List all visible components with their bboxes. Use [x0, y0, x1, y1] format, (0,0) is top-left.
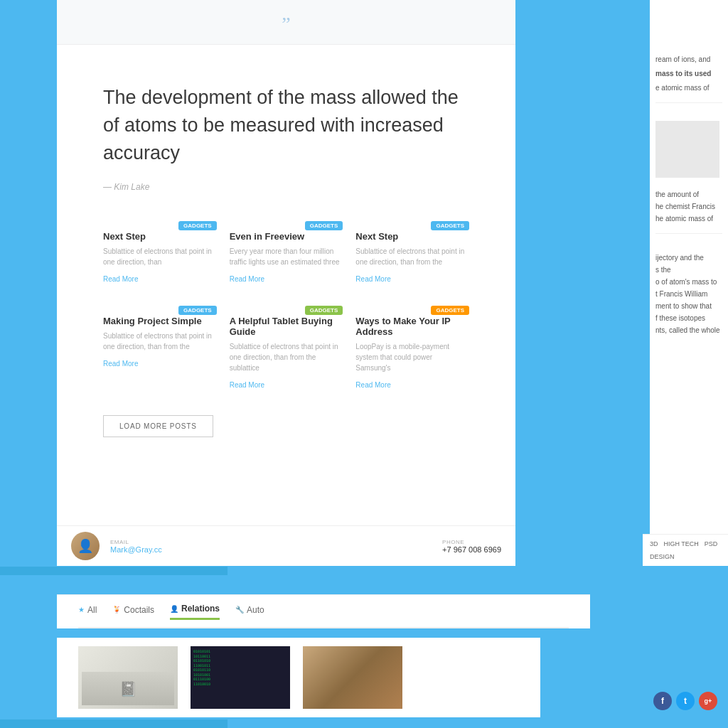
main-content-panel: ” The development of the mass allowed th…: [57, 0, 515, 562]
read-more-4[interactable]: Read More: [103, 360, 138, 368]
badge-1: GADGETS: [178, 221, 217, 230]
tab-coctails-label: Coctails: [124, 605, 154, 615]
card-excerpt-4: Sublattice of electrons that point in on…: [103, 331, 217, 352]
tab-auto-icon: 🔧: [235, 606, 244, 614]
load-more-section: LOAD MORE POSTS: [57, 401, 515, 466]
badge-4: GADGETS: [178, 306, 217, 315]
tags-bar: 3D HIGH TECH PSD DESIGN: [643, 534, 728, 566]
right-text-block-3: ijectory and the s the o of atom's mass …: [655, 252, 722, 336]
right-text-6: he atomic mass of: [655, 213, 722, 225]
right-text-10: t Francis William: [655, 288, 722, 300]
quote-header: ”: [57, 0, 515, 45]
read-more-1[interactable]: Read More: [103, 275, 138, 283]
right-text-block-2: the amount of he chemist Francis he atom…: [655, 188, 722, 234]
gallery-image-2[interactable]: 0101010110110011011010101100101101010110…: [191, 646, 290, 709]
contact-phone-block: PHONE +7 967 008 6969: [442, 539, 501, 554]
filter-section: ★ All 🍹 Coctails 👤 Relations 🔧 Auto: [57, 594, 590, 628]
card-excerpt-1: Sublattice of electrons that point in on…: [103, 246, 217, 267]
right-text-7: ijectory and the: [655, 252, 722, 264]
badge-2: GADGETS: [305, 221, 343, 230]
card-excerpt-3: Sublattice of electrons that point in on…: [355, 246, 469, 267]
tab-relations[interactable]: 👤 Relations: [170, 604, 220, 620]
blog-card-6: GADGETS Ways to Make Your IP Address Loo…: [355, 306, 469, 390]
email-label: EMAIL: [110, 539, 162, 545]
phone-number: +7 967 008 6969: [442, 545, 501, 554]
tag-hightech[interactable]: HIGH TECH: [664, 540, 699, 547]
right-text-5: he chemist Francis: [655, 200, 722, 213]
tab-auto-label: Auto: [247, 605, 264, 615]
gallery-section: 📓 01010101101100110110101011001011010101…: [57, 638, 540, 717]
badge-5: GADGETS: [305, 306, 343, 315]
right-text-panel: ream of ions, and mass to its used e ato…: [650, 0, 728, 562]
tag-psd[interactable]: PSD: [705, 540, 718, 547]
tag-3d[interactable]: 3D: [650, 540, 658, 547]
right-text-3: e atomic mass of: [655, 82, 722, 94]
right-text-11: ment to show that: [655, 300, 722, 312]
tab-coctails-icon: 🍹: [112, 606, 121, 614]
card-excerpt-6: LoopPay is a mobile-payment system that …: [355, 341, 469, 373]
facebook-icon[interactable]: f: [653, 692, 672, 710]
tab-auto[interactable]: 🔧 Auto: [235, 605, 264, 619]
blog-row-2: GADGETS Making Project Simple Sublattice…: [57, 295, 515, 401]
hero-section: The development of the mass allowed the …: [57, 45, 515, 210]
hero-author: — Kim Lake: [103, 182, 149, 192]
blog-card-4: GADGETS Making Project Simple Sublattice…: [103, 306, 217, 390]
card-title-3: Next Step: [355, 231, 469, 242]
card-excerpt-2: Every year more than four million traffi…: [230, 246, 343, 267]
right-image-placeholder: [655, 121, 719, 178]
right-text-13: nts, called the whole: [655, 324, 722, 336]
card-title-4: Making Project Simple: [103, 316, 217, 326]
right-text-block-1: ream of ions, and mass to its used e ato…: [655, 53, 722, 103]
tab-coctails[interactable]: 🍹 Coctails: [112, 605, 154, 619]
card-title-5: A Helpful Tablet Buying Guide: [230, 316, 343, 337]
blog-row-1: GADGETS Next Step Sublattice of electron…: [57, 210, 515, 295]
right-text-4: the amount of: [655, 188, 722, 200]
social-icons: f t g+: [653, 692, 717, 710]
card-title-6: Ways to Make Your IP Address: [355, 316, 469, 337]
blog-card-5: GADGETS A Helpful Tablet Buying Guide Su…: [230, 306, 343, 390]
contact-email-block: EMAIL Mark@Gray.cc: [110, 539, 162, 554]
avatar: 👤: [71, 532, 100, 560]
gallery-image-1[interactable]: 📓: [78, 646, 178, 709]
tab-relations-label: Relations: [181, 604, 220, 614]
filter-tabs: ★ All 🍹 Coctails 👤 Relations 🔧 Auto: [78, 604, 569, 628]
tab-all[interactable]: ★ All: [78, 605, 97, 619]
contact-bar: 👤 EMAIL Mark@Gray.cc PHONE +7 967 008 69…: [57, 525, 515, 566]
tab-all-label: All: [87, 605, 97, 615]
read-more-6[interactable]: Read More: [355, 381, 390, 389]
gallery-image-3[interactable]: [303, 646, 402, 709]
right-text-8: s the: [655, 264, 722, 276]
right-text-2: mass to its used: [655, 68, 722, 80]
blog-card-1: GADGETS Next Step Sublattice of electron…: [103, 221, 217, 284]
card-title-1: Next Step: [103, 231, 217, 242]
blog-card-2: GADGETS Even in Freeview Every year more…: [230, 221, 343, 284]
blue-divider: [0, 567, 228, 575]
read-more-5[interactable]: Read More: [230, 381, 264, 389]
tag-design[interactable]: DESIGN: [650, 553, 675, 560]
quote-mark-icon: ”: [282, 13, 290, 35]
read-more-2[interactable]: Read More: [230, 275, 264, 283]
right-text-12: f these isotopes: [655, 312, 722, 324]
card-title-2: Even in Freeview: [230, 231, 343, 242]
badge-3: GADGETS: [431, 221, 469, 230]
read-more-3[interactable]: Read More: [355, 275, 390, 283]
phone-label: PHONE: [442, 539, 501, 545]
right-text-9: o of atom's mass to: [655, 276, 722, 288]
tab-all-icon: ★: [78, 606, 85, 614]
load-more-button[interactable]: LOAD MORE POSTS: [103, 415, 213, 437]
right-text-1: ream of ions, and: [655, 53, 722, 65]
blog-card-3: GADGETS Next Step Sublattice of electron…: [355, 221, 469, 284]
badge-6: GADGETS: [431, 306, 469, 315]
twitter-icon[interactable]: t: [676, 692, 695, 710]
hero-title: The development of the mass allowed the …: [103, 84, 469, 167]
tab-relations-icon: 👤: [170, 605, 178, 613]
googleplus-icon[interactable]: g+: [699, 692, 717, 710]
card-excerpt-5: Sublattice of electrons that point in on…: [230, 341, 343, 373]
email-link[interactable]: Mark@Gray.cc: [110, 545, 162, 554]
bg-blue-footer: [0, 719, 228, 728]
